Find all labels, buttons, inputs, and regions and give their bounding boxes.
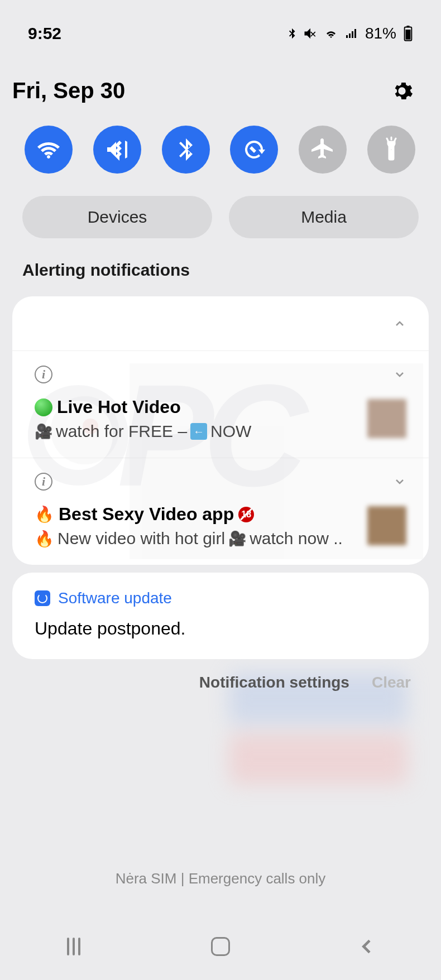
- status-time: 9:52: [28, 24, 61, 43]
- battery-icon: [403, 26, 413, 41]
- back-arrow-box-icon: ←: [190, 423, 207, 440]
- info-icon: i: [35, 366, 52, 383]
- svg-rect-2: [406, 30, 411, 40]
- qs-flashlight-toggle[interactable]: [367, 126, 415, 174]
- notification-item[interactable]: i Live Hot Video 🎥 watch for FREE – ← NO…: [12, 351, 429, 458]
- airplane-icon: [309, 136, 336, 163]
- notification-title: 🔥 Best Sexy Video app 18: [35, 504, 359, 525]
- bluetooth-icon: [172, 136, 199, 163]
- quick-settings-row: [0, 120, 441, 196]
- status-icons: 81%: [286, 25, 413, 42]
- fire-icon: 🔥: [35, 530, 54, 548]
- notification-thumbnail: [367, 506, 406, 545]
- notification-desc: 🔥 New video with hot girl 🎥 watch now ..: [35, 529, 359, 548]
- notification-title: Live Hot Video: [35, 397, 359, 417]
- back-icon: [358, 938, 376, 955]
- info-icon: i: [35, 473, 52, 491]
- sim-status-text: Nėra SIM | Emergency calls only: [0, 870, 441, 887]
- clear-button[interactable]: Clear: [372, 674, 411, 691]
- nav-home-button[interactable]: [209, 935, 232, 958]
- chevron-up-icon: [393, 317, 406, 330]
- recent-icon: [67, 938, 80, 955]
- nav-recent-button[interactable]: [63, 935, 85, 958]
- settings-gear-icon[interactable]: [391, 80, 413, 102]
- qs-mute-toggle[interactable]: [93, 126, 141, 174]
- software-update-body: Update postponed.: [35, 618, 406, 639]
- software-update-app-name: Software update: [58, 589, 172, 607]
- svg-rect-1: [406, 26, 409, 27]
- chevron-down-icon[interactable]: [393, 368, 406, 381]
- notification-thumbnail: [367, 399, 406, 438]
- notification-settings-button[interactable]: Notification settings: [199, 674, 349, 691]
- qs-bluetooth-toggle[interactable]: [162, 126, 210, 174]
- home-icon: [211, 937, 230, 956]
- qs-rotate-toggle[interactable]: [230, 126, 278, 174]
- software-update-notification[interactable]: Software update Update postponed.: [12, 573, 429, 659]
- bluetooth-status-icon: [286, 26, 298, 41]
- devices-button[interactable]: Devices: [22, 196, 212, 238]
- camera-icon: 🎥: [228, 530, 246, 547]
- signal-status-icon: [344, 27, 358, 40]
- fire-icon: 🔥: [35, 505, 54, 523]
- no-18-icon: 18: [238, 507, 254, 522]
- section-header: Alerting notifications: [0, 261, 441, 296]
- footer-actions: Notification settings Clear: [0, 659, 441, 706]
- wifi-icon: [35, 136, 62, 163]
- camera-icon: 🎥: [35, 423, 52, 440]
- date-text: Fri, Sep 30: [12, 78, 125, 103]
- notification-group: i Live Hot Video 🎥 watch for FREE – ← NO…: [12, 296, 429, 565]
- battery-percent: 81%: [365, 25, 396, 42]
- notification-desc: 🎥 watch for FREE – ← NOW: [35, 422, 359, 441]
- qs-airplane-toggle[interactable]: [299, 126, 347, 174]
- panels-row: Devices Media: [0, 196, 441, 261]
- navigation-bar: [0, 913, 441, 980]
- mute-vibrate-icon: [104, 136, 131, 163]
- qs-wifi-toggle[interactable]: [25, 126, 73, 174]
- notification-group-header[interactable]: [12, 296, 429, 351]
- notification-item[interactable]: i 🔥 Best Sexy Video app 18 🔥 New video w…: [12, 458, 429, 565]
- auto-rotate-icon: [241, 136, 267, 163]
- media-button[interactable]: Media: [229, 196, 419, 238]
- header-row: Fri, Sep 30: [0, 56, 441, 120]
- status-bar: 9:52 81%: [0, 0, 441, 56]
- wifi-status-icon: [323, 27, 339, 40]
- software-update-icon: [35, 590, 50, 606]
- flashlight-icon: [378, 136, 405, 163]
- mute-status-icon: [303, 26, 318, 41]
- nav-back-button[interactable]: [356, 935, 378, 958]
- green-dot-icon: [35, 398, 52, 416]
- chevron-down-icon[interactable]: [393, 475, 406, 488]
